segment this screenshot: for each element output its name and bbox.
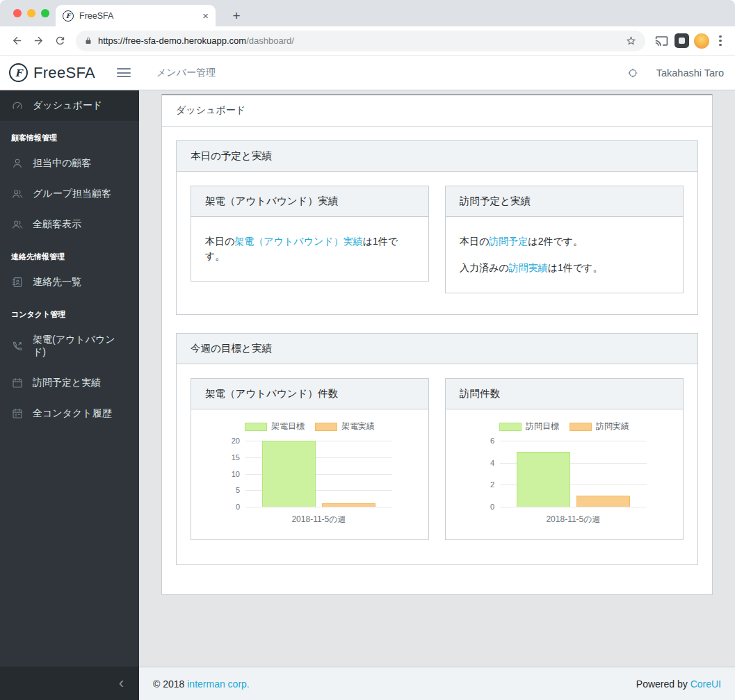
- chart-ytick: 20: [232, 437, 240, 445]
- chart-ytick: 2: [490, 480, 494, 489]
- calls-chart-card: 架電（アウトバウンド）件数 架電目標架電実績 05101520: [191, 378, 429, 540]
- chart-legend: 架電目標架電実績: [227, 421, 392, 432]
- sidebar-item-label: 連絡先一覧: [33, 276, 81, 288]
- brand[interactable]: F FreeSFA: [0, 63, 113, 82]
- bookmark-star-icon[interactable]: [625, 35, 637, 47]
- legend-label: 架電目標: [271, 421, 305, 432]
- window-controls: [13, 9, 49, 17]
- sidebar-item-visits[interactable]: 訪問予定と実績: [0, 368, 139, 398]
- app-footer: © 2018 interman corp. Powered by CoreUI: [139, 667, 735, 700]
- header-right: Takahashi Taro: [627, 67, 735, 79]
- sidebar-section-customer: 顧客情報管理: [0, 121, 139, 148]
- back-icon[interactable]: [8, 33, 25, 49]
- sidebar-item-all-customers[interactable]: 全顧客表示: [0, 209, 139, 240]
- week-card-title: 今週の目標と実績: [177, 334, 697, 364]
- chart-bar: [322, 503, 375, 507]
- sidebar-item-all-contact-history[interactable]: 全コンタクト履歴: [0, 398, 139, 429]
- visits-chart-card: 訪問件数 訪問目標訪問実績 0246: [445, 378, 684, 540]
- visit-plan-link[interactable]: 訪問予定: [489, 236, 528, 247]
- chart-xlabel: 2018-11-5の週: [500, 514, 647, 526]
- legend-swatch-icon: [245, 423, 267, 431]
- main-area: ダッシュボード 本日の予定と実績 架電（アウトバウンド）実績 本日の: [139, 90, 735, 700]
- sidebar-toggle-icon[interactable]: [117, 68, 131, 77]
- chart-ytick: 10: [232, 470, 240, 478]
- legend-label: 訪問目標: [526, 421, 559, 432]
- browser-window: F FreeSFA × + https://free-sfa-demo.hero…: [0, 0, 735, 700]
- chart-ytick: 0: [236, 503, 240, 511]
- new-tab-button[interactable]: +: [228, 9, 245, 22]
- users-icon: [11, 218, 24, 231]
- lock-icon: [84, 36, 92, 46]
- chart-ytick: 15: [232, 453, 240, 462]
- chart-xlabel: 2018-11-5の週: [245, 514, 392, 526]
- sidebar-item-label: 全コンタクト履歴: [33, 407, 112, 420]
- calendar-history-icon: [11, 407, 24, 420]
- chart-yaxis: 05101520: [227, 441, 245, 507]
- reload-icon[interactable]: [51, 33, 68, 49]
- sidebar-item-label: 担当中の顧客: [33, 157, 91, 170]
- legend-swatch-icon: [315, 423, 337, 431]
- visit-result-link[interactable]: 訪問実績: [509, 262, 548, 273]
- user-name[interactable]: Takahashi Taro: [656, 67, 724, 79]
- sidebar-item-label: グループ担当顧客: [33, 188, 111, 200]
- brand-name: FreeSFA: [33, 64, 95, 82]
- forward-icon[interactable]: [30, 33, 47, 49]
- tab-close-icon[interactable]: ×: [202, 10, 209, 21]
- sidebar-item-label: 訪問予定と実績: [33, 377, 101, 389]
- close-window-button[interactable]: [13, 9, 22, 17]
- legend-swatch-icon: [570, 423, 592, 431]
- sidebar-item-contact-list[interactable]: 連絡先一覧: [0, 267, 139, 298]
- chart-plot: [500, 441, 647, 507]
- tab-title: FreeSFA: [79, 11, 197, 21]
- calls-result-link[interactable]: 架電（アウトバウンド）実績: [234, 236, 362, 247]
- chart-gridline: [500, 507, 647, 507]
- address-book-icon: [11, 276, 24, 288]
- sidebar-item-label: ダッシュボード: [33, 99, 102, 112]
- zoom-window-button[interactable]: [41, 9, 49, 17]
- target-icon[interactable]: [627, 67, 638, 79]
- sidebar-item-dashboard[interactable]: ダッシュボード: [0, 90, 139, 121]
- sidebar-item-label: 全顧客表示: [33, 218, 81, 231]
- visits-chart-title: 訪問件数: [446, 379, 683, 409]
- chart-ytick: 4: [490, 459, 494, 467]
- chart-bar: [517, 452, 570, 507]
- legend-label: 架電実績: [341, 421, 375, 432]
- users-icon: [11, 188, 24, 200]
- user-icon: [11, 157, 24, 170]
- chevron-left-icon: ‹: [119, 674, 124, 692]
- tab-favicon-icon: F: [63, 10, 74, 22]
- copyright-text: © 2018 interman corp.: [153, 678, 250, 690]
- legend-item: 訪問実績: [570, 421, 629, 432]
- today-visits-result-text: 入力済みの訪問実績は1件です。: [460, 261, 669, 275]
- cast-icon[interactable]: [653, 33, 670, 49]
- chart-legend: 訪問目標訪問実績: [482, 421, 647, 432]
- legend-item: 架電目標: [245, 421, 305, 432]
- sidebar-section-contact-mgmt: コンタクト管理: [0, 298, 139, 325]
- brand-logo-icon: F: [9, 63, 28, 82]
- url-bar[interactable]: https://free-sfa-demo.herokuapp.com/dash…: [76, 31, 645, 51]
- sidebar-item-group-customers[interactable]: グループ担当顧客: [0, 179, 139, 209]
- content-scroll-area[interactable]: ダッシュボード 本日の予定と実績 架電（アウトバウンド）実績 本日の: [139, 90, 735, 667]
- sidebar-item-my-customers[interactable]: 担当中の顧客: [0, 148, 139, 179]
- sidebar-item-outbound-calls[interactable]: 架電(アウトバウンド): [0, 325, 139, 368]
- browser-tab[interactable]: F FreeSFA ×: [56, 5, 216, 26]
- calls-bar-chart: 架電目標架電実績 05101520 2018-11-5の週: [227, 418, 392, 526]
- chart-bars: [500, 441, 647, 507]
- browser-menu-icon[interactable]: [714, 35, 727, 47]
- sidebar: ダッシュボード 顧客情報管理 担当中の顧客 グループ担当顧客: [0, 90, 139, 700]
- interman-link[interactable]: interman corp.: [187, 678, 249, 690]
- calendar-icon: [11, 377, 24, 389]
- today-visits-title: 訪問予定と実績: [446, 186, 683, 217]
- browser-profile-avatar[interactable]: [694, 33, 709, 49]
- chart-bar: [262, 441, 316, 507]
- minimize-window-button[interactable]: [27, 9, 35, 17]
- speedometer-icon: [11, 99, 24, 112]
- sidebar-minimizer[interactable]: ‹: [0, 667, 139, 700]
- visits-bar-chart: 訪問目標訪問実績 0246 2018-11-5の週: [482, 418, 647, 526]
- chart-ytick: 6: [490, 437, 494, 445]
- member-management-link[interactable]: メンバー管理: [156, 67, 216, 79]
- coreui-link[interactable]: CoreUI: [690, 678, 721, 690]
- app-header: F FreeSFA メンバー管理 Takahashi Taro: [0, 56, 735, 90]
- extension-icon[interactable]: [675, 33, 689, 48]
- week-card: 今週の目標と実績 架電（アウトバウンド）件数 架電目標架電実績: [176, 333, 698, 565]
